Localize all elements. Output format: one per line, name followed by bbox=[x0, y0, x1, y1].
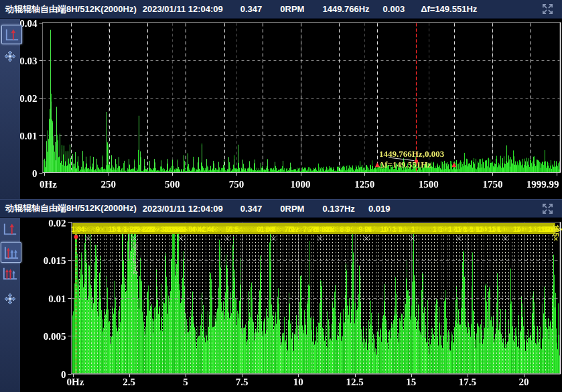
pan-tool-icon[interactable] bbox=[4, 293, 16, 305]
rpm-value: 0RPM bbox=[280, 4, 304, 14]
cursor-frequency: 0.137Hz bbox=[322, 204, 354, 214]
spectrum1-header: 动辊辊轴自由端8H/512K(2000Hz) 2023/01/11 12:04:… bbox=[0, 0, 562, 19]
timestamp: 2023/01/11 12:04:09 bbox=[143, 204, 223, 214]
channel-title: 动辊辊轴自由端8H/512K(2000Hz) bbox=[5, 3, 137, 15]
cursor-amplitude: 0.019 bbox=[368, 204, 391, 214]
spectrum-chart-2[interactable] bbox=[0, 218, 562, 392]
rpm-value: 0RPM bbox=[280, 204, 304, 214]
spectrum-cursor-tool[interactable] bbox=[2, 222, 18, 238]
pan-tool-icon[interactable] bbox=[4, 50, 16, 62]
cursor-amplitude: 0.003 bbox=[383, 4, 405, 14]
overall-value: 0.347 bbox=[240, 4, 263, 14]
maximize-icon[interactable] bbox=[541, 3, 554, 15]
spectrum-cursor-tool-selected[interactable] bbox=[1, 25, 22, 44]
maximize-icon[interactable] bbox=[541, 202, 554, 215]
spectrum1-panel: 1449.766Hz,0.003 Δf=149.551Hz bbox=[0, 19, 562, 199]
channel-title: 动辊辊轴自由端8H/512K(2000Hz) bbox=[5, 202, 137, 214]
sideband-cursor-tool[interactable] bbox=[2, 266, 18, 282]
toolbar-rail-1 bbox=[0, 19, 20, 199]
spectrum2-panel: 0.137Hz,0.019 bbox=[0, 218, 562, 392]
delta-frequency: Δf=149.551Hz bbox=[421, 4, 477, 14]
overall-value: 0.347 bbox=[240, 204, 263, 214]
timestamp: 2023/01/11 12:04:09 bbox=[143, 4, 223, 14]
spectrum-chart-1[interactable] bbox=[0, 19, 562, 199]
toolbar-rail-2 bbox=[0, 218, 20, 392]
vibration-analyzer-app: 动辊辊轴自由端8H/512K(2000Hz) 2023/01/11 12:04:… bbox=[0, 0, 562, 392]
harmonic-cursor-tool-selected[interactable] bbox=[1, 242, 21, 263]
cursor-frequency: 1449.766Hz bbox=[322, 4, 369, 14]
spectrum2-header: 动辊辊轴自由端8H/512K(2000Hz) 2023/01/11 12:04:… bbox=[0, 199, 562, 218]
